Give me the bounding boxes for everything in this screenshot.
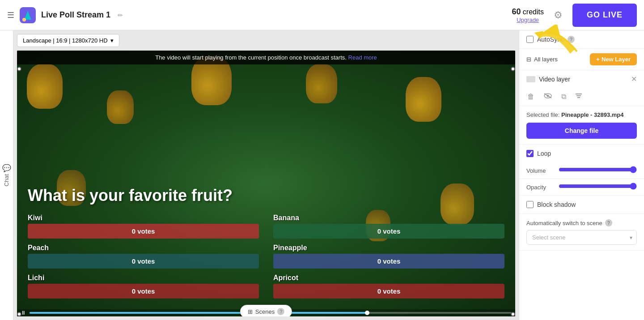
upgrade-link[interactable]: Upgrade — [512, 17, 544, 23]
corner-handle-tr[interactable] — [511, 67, 515, 71]
poll-option-peach: Peach 0 votes — [28, 244, 259, 269]
chat-icon: 💬 — [2, 164, 11, 172]
loop-checkbox[interactable] — [526, 150, 534, 157]
progress-fill — [30, 312, 367, 314]
poll-option-lichi: Lichi 0 votes — [28, 274, 259, 299]
progress-handle — [365, 311, 369, 315]
header: ☰ Live Poll Stream 1 ✏ 60 credits Upgrad… — [0, 0, 644, 30]
info-bar: The video will start playing from the cu… — [17, 51, 515, 64]
option-label-pineapple: Pineapple — [273, 244, 504, 252]
video-background: The video will start playing from the cu… — [17, 51, 515, 316]
video-canvas: The video will start playing from the cu… — [17, 51, 515, 316]
opacity-slider-row: Opacity — [519, 179, 644, 196]
poll-option-pineapple: Pineapple 0 votes — [273, 244, 504, 269]
selected-file-name: Pineapple - 32893.mp4 — [561, 111, 623, 118]
pineapple-decoration — [107, 90, 134, 124]
right-panel: AutoSync ? ⊟ All layers + New Layer Vide… — [519, 30, 644, 320]
all-layers-button[interactable]: ⊟ All layers — [526, 56, 558, 63]
opacity-track — [559, 183, 637, 192]
poll-option-banana: Banana 0 votes — [273, 214, 504, 239]
corner-handle-bl[interactable] — [17, 312, 21, 316]
option-bar-apricot: 0 votes — [273, 284, 504, 299]
layer-thumbnail — [526, 76, 535, 82]
new-layer-plus-icon: + — [596, 56, 600, 63]
new-layer-label: New Layer — [602, 56, 631, 63]
video-layer-item: Video layer ✕ 🗑 ⧉ — [519, 70, 644, 251]
chat-sidebar-label: Chat — [3, 174, 10, 186]
loop-label: Loop — [537, 150, 551, 157]
poll-options: Kiwi 0 votes Banana 0 votes Peach 0 vote… — [28, 214, 504, 299]
main-layout: 💬 Chat Landscape | 16:9 | 1280x720 HD ▾ — [0, 30, 644, 320]
all-layers-label: All layers — [534, 56, 558, 63]
settings-button[interactable]: ⚙ — [551, 7, 565, 24]
selected-file-prefix: Selected file: — [526, 111, 559, 118]
switch-scene-label: Automatically switch to scene ? — [526, 219, 637, 226]
chat-sidebar[interactable]: 💬 Chat — [0, 30, 13, 320]
volume-slider[interactable] — [559, 166, 637, 173]
pineapple-decoration — [306, 64, 337, 103]
credits-amount: 60 — [512, 7, 521, 16]
loop-checkbox-wrapper: Loop — [526, 150, 551, 157]
header-left: ☰ Live Poll Stream 1 ✏ — [7, 7, 123, 23]
poll-overlay: What is your favorite fruit? Kiwi 0 vote… — [17, 186, 515, 299]
option-bar-kiwi: 0 votes — [28, 224, 259, 239]
header-right: 60 credits Upgrade ⚙ GO LIVE — [512, 4, 637, 27]
autosync-help-icon[interactable]: ? — [568, 36, 575, 43]
layer-align-button[interactable] — [574, 91, 583, 102]
option-bar-pineapple: 0 votes — [273, 254, 504, 269]
resolution-dropdown[interactable]: Landscape | 16:9 | 1280x720 HD ▾ — [17, 34, 119, 47]
option-label-apricot: Apricot — [273, 274, 504, 282]
block-shadow-label: Block shadow — [537, 201, 576, 208]
scenes-bar[interactable]: ⊞ Scenes ? — [240, 305, 292, 316]
switch-scene-help-icon[interactable]: ? — [605, 219, 612, 226]
option-label-lichi: Lichi — [28, 274, 259, 282]
change-file-button[interactable]: Change file — [526, 123, 637, 139]
layer-duplicate-button[interactable]: ⧉ — [560, 92, 567, 102]
layer-tools: 🗑 ⧉ — [519, 88, 644, 106]
block-shadow-row: Block shadow — [519, 196, 644, 214]
layer-visibility-button[interactable] — [542, 92, 553, 102]
switch-scene-text: Automatically switch to scene — [526, 220, 602, 226]
option-bar-peach: 0 votes — [28, 254, 259, 269]
dropdown-chevron-icon: ▾ — [110, 37, 114, 44]
option-label-peach: Peach — [28, 244, 259, 252]
logo-icon — [20, 7, 36, 23]
layers-toolbar: ⊟ All layers + New Layer — [519, 49, 644, 70]
scenes-label: Scenes — [255, 308, 275, 315]
svg-point-2 — [22, 18, 26, 21]
switch-scene-section: Automatically switch to scene ? Select s… — [519, 214, 644, 250]
option-label-banana: Banana — [273, 214, 504, 222]
new-layer-button[interactable]: + New Layer — [590, 53, 637, 65]
edit-icon[interactable]: ✏ — [118, 12, 123, 19]
volume-label: Volume — [526, 167, 553, 174]
pineapple-decoration — [406, 77, 441, 122]
poll-question: What is your favorite fruit? — [28, 186, 504, 205]
option-bar-lichi: 0 votes — [28, 284, 259, 299]
info-bar-text: The video will start playing from the cu… — [155, 54, 347, 61]
autosync-checkbox[interactable] — [526, 36, 534, 43]
scenes-help-icon: ? — [277, 308, 284, 315]
layer-header-left: Video layer — [526, 76, 570, 83]
corner-handle-br[interactable] — [511, 312, 515, 316]
svg-rect-9 — [577, 97, 580, 98]
poll-option-kiwi: Kiwi 0 votes — [28, 214, 259, 239]
corner-handle-tl[interactable] — [17, 67, 21, 71]
opacity-label: Opacity — [526, 184, 553, 191]
block-shadow-checkbox[interactable] — [526, 201, 534, 208]
play-pause-button[interactable]: ⏸ — [21, 310, 26, 316]
volume-slider-row: Volume — [519, 162, 644, 179]
opacity-slider[interactable] — [559, 183, 637, 190]
canvas-area: Landscape | 16:9 | 1280x720 HD ▾ The vid… — [13, 30, 519, 320]
layer-delete-button[interactable]: 🗑 — [526, 92, 535, 102]
read-more-link-text[interactable]: Read more — [348, 54, 377, 61]
app-title: Live Poll Stream 1 — [41, 10, 110, 20]
credits-label-text: credits — [523, 8, 544, 16]
layer-info: Selected file: Pineapple - 32893.mp4 Cha… — [519, 106, 644, 144]
loop-row: Loop — [519, 144, 644, 162]
autosync-label: AutoSync — [537, 36, 564, 43]
layer-close-button[interactable]: ✕ — [631, 75, 637, 83]
go-live-button[interactable]: GO LIVE — [572, 4, 637, 27]
svg-rect-7 — [576, 94, 582, 94]
scene-select[interactable]: Select scene — [526, 230, 637, 245]
menu-icon[interactable]: ☰ — [7, 10, 14, 20]
